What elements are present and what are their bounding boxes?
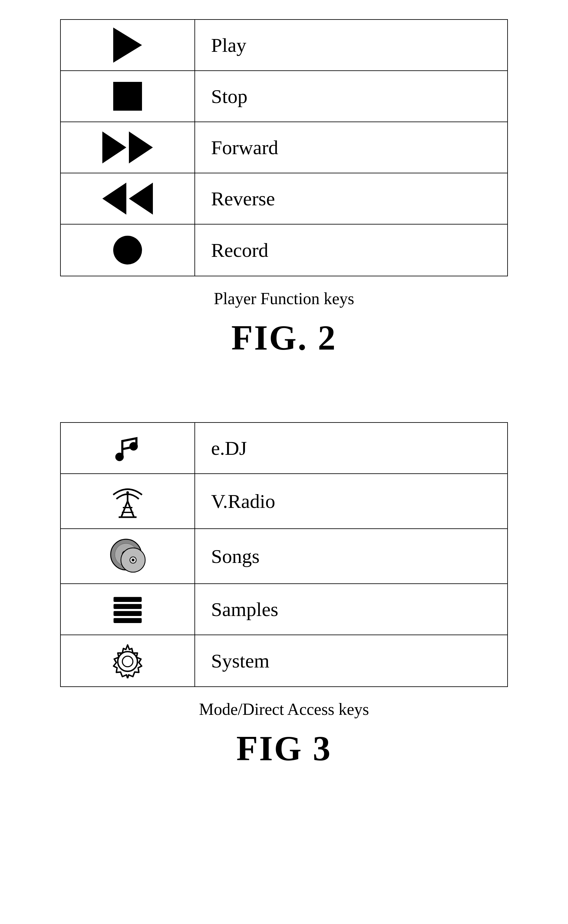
stop-label: Stop: [195, 71, 507, 122]
table-row: e.DJ: [61, 423, 507, 474]
fig2-table: Play Stop Forward: [60, 19, 508, 276]
stop-icon: [113, 82, 142, 111]
table-row: System: [61, 635, 507, 686]
radio-tower-icon-cell: [61, 474, 195, 528]
table-row: Samples: [61, 584, 507, 635]
table-row: Forward: [61, 122, 507, 174]
gear-icon-cell: [61, 635, 195, 686]
forward-label: Forward: [195, 122, 507, 173]
table-row: Reverse: [61, 174, 507, 225]
table-row: Stop: [61, 71, 507, 122]
table-row: Play: [61, 20, 507, 71]
stack-icon-cell: [61, 584, 195, 634]
svg-rect-17: [113, 604, 142, 609]
fig3-table: e.DJ: [60, 422, 508, 687]
radio-tower-icon: [107, 480, 148, 522]
svg-point-20: [118, 652, 137, 671]
fig2-label: FIG. 2: [231, 318, 337, 358]
fig2-caption: Player Function keys: [214, 289, 354, 308]
play-icon: [113, 27, 142, 63]
vradio-label: V.Radio: [195, 474, 507, 528]
svg-point-8: [126, 491, 129, 494]
record-icon-cell: [61, 225, 195, 276]
reverse-label: Reverse: [195, 174, 507, 224]
music-note-icon-cell: [61, 423, 195, 473]
forward-icon: [102, 131, 153, 163]
svg-line-2: [121, 501, 128, 517]
reverse-icon-cell: [61, 174, 195, 224]
svg-point-21: [122, 656, 133, 667]
songs-label: Songs: [195, 529, 507, 583]
edj-label: e.DJ: [195, 423, 507, 473]
system-label: System: [195, 635, 507, 686]
samples-label: Samples: [195, 584, 507, 634]
forward-icon-cell: [61, 122, 195, 173]
table-row: V.Radio: [61, 474, 507, 529]
svg-rect-16: [113, 597, 142, 602]
discs-icon-cell: [61, 529, 195, 583]
record-label: Record: [195, 225, 507, 276]
stop-icon-cell: [61, 71, 195, 122]
table-row: Songs: [61, 529, 507, 584]
discs-icon: [107, 535, 148, 577]
svg-rect-18: [113, 611, 142, 616]
fig3-section: e.DJ: [26, 422, 542, 769]
table-row: Record: [61, 225, 507, 276]
music-note-icon: [110, 430, 145, 466]
fig3-label: FIG 3: [236, 728, 332, 769]
svg-line-3: [128, 501, 134, 517]
play-label: Play: [195, 20, 507, 70]
svg-rect-19: [113, 618, 142, 623]
svg-point-1: [130, 442, 138, 450]
reverse-icon: [102, 183, 153, 214]
record-icon: [113, 236, 142, 264]
svg-point-0: [115, 453, 124, 461]
fig2-section: Play Stop Forward: [26, 19, 542, 358]
play-icon-cell: [61, 20, 195, 70]
fig3-caption: Mode/Direct Access keys: [199, 700, 369, 719]
stack-icon: [110, 592, 145, 627]
gear-icon: [110, 643, 145, 678]
svg-point-15: [132, 559, 134, 561]
